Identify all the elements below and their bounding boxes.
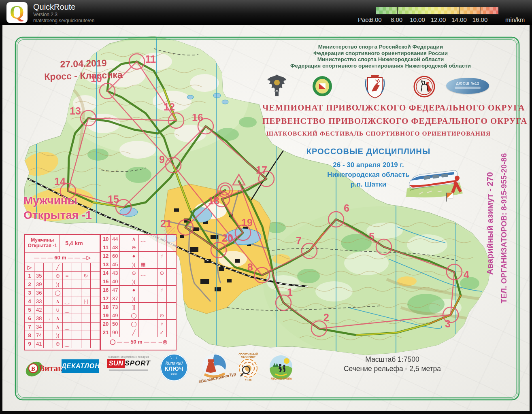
control-card-cell — [148, 328, 157, 337]
control-card-cell — [157, 243, 167, 251]
control-card-row: 1949◯⊙ — [101, 311, 176, 320]
control-card-cell — [91, 263, 100, 271]
control-card-cell — [148, 243, 157, 251]
control-card-row: 135⊖≡↻ — [25, 272, 100, 280]
course-class-line2: Открытая -1 — [23, 209, 92, 222]
control-card-cell: 44 — [111, 235, 120, 243]
kk-line1: Кипячий — [160, 360, 188, 365]
control-card-cell: 3 — [25, 289, 34, 297]
control-card-cell — [167, 260, 176, 268]
control-card-cell: 5 — [25, 306, 34, 314]
control-card-cell: ⊙ — [157, 269, 167, 277]
control-card-cell — [81, 263, 91, 271]
control-card-row: 874)( — [25, 331, 100, 340]
sport-labyrinth-logo: СПОРТИВНЫЙ ЛАБИРИНТ 61 08 — [234, 354, 262, 383]
control-card-cell — [72, 314, 81, 322]
control-card-cell — [63, 314, 72, 322]
control-card-row: 1540)( — [101, 277, 176, 286]
control-card-cell: 37 — [111, 294, 120, 302]
control-card-cell — [167, 311, 176, 319]
control-card-cell — [120, 328, 129, 337]
sport-label: SPORT — [125, 359, 150, 367]
control-card-cell: ‿ — [139, 269, 148, 277]
organizers-block: Министерство спорта Российской Федерации… — [266, 44, 496, 69]
control-card-cell — [167, 243, 176, 251]
emblem-russia-eagle-icon — [267, 74, 287, 96]
control-card-cell: ● — [129, 286, 138, 294]
control-card-cell — [72, 331, 81, 339]
control-card-cell — [139, 303, 148, 311]
organizer-phone-text: ТЕЛ. ОРГАНИЗАТОРОВ: 8-915-955-20-86 — [500, 136, 509, 321]
control-card-cell: 35 — [34, 272, 44, 280]
control-card-cell — [167, 269, 176, 277]
control-card-cell: 50 — [111, 320, 120, 328]
control-card-cell — [91, 314, 100, 322]
control-card-cell — [72, 306, 81, 314]
control-card-cell — [139, 277, 148, 285]
control-card-row: 239)( — [25, 280, 100, 289]
card-course-length: 5,4 km — [60, 235, 88, 252]
control-card-cell — [44, 280, 53, 288]
control-card-cell: ● — [129, 252, 138, 260]
card-finish-distance: ◯ — — 50 m — — →◎ — [101, 337, 176, 347]
control-card-cell: 1 — [25, 272, 34, 280]
control-card-cell — [81, 280, 91, 288]
control-card-cell — [157, 260, 167, 268]
control-card-cell: 60 — [111, 252, 120, 260]
control-card-cell — [91, 272, 100, 280]
event-title-1: ЧЕМПИОНАТ ПРИВОЛЖСКОГО ФЕДЕРАЛЬНОГО ОКРУ… — [262, 103, 495, 113]
control-card-cell — [139, 311, 148, 319]
control-card-cell: )( — [129, 260, 138, 268]
control-card-cell: 73 — [111, 303, 120, 311]
control-card-cell — [148, 286, 157, 294]
control-card-cell: ↻ — [81, 272, 91, 280]
control-card-cell — [167, 320, 176, 328]
control-card-row: 1148⊖ — [101, 243, 176, 252]
control-card-cell: )( — [53, 280, 62, 288]
sunsport-logo: магазин спортивных товаров SUN SPORT — [106, 355, 151, 376]
emergency-azimuth-text: Аварийный азимут - 270 — [485, 138, 495, 308]
control-card-cell — [81, 340, 91, 348]
control-card-row: 1443⊖‿⊙ — [101, 269, 176, 277]
control-card-cell: 7 — [25, 323, 34, 331]
control-card-cell — [72, 263, 81, 271]
control-card-cell — [148, 277, 157, 285]
control-card-cell: 11 — [101, 243, 111, 251]
quickroute-window: Q QuickRoute Version 2.3 matstroeng.se/q… — [0, 0, 532, 414]
control-card-cell: ◯ — [129, 320, 138, 328]
control-card-cell — [139, 294, 148, 302]
control-card-cell — [72, 289, 81, 297]
control-card-cell — [81, 314, 91, 322]
map-scale: Масштаб 1:7500 — [334, 355, 450, 364]
control-card-left: Мужчины Открытая -1 5,4 km — — — 60 m — … — [24, 234, 100, 350]
contour-interval: Сечение рельефа - 2,5 метра — [334, 365, 450, 373]
event-title-3: ШАТКОВСКИЙ ФЕСТИВАЛЬ СПОРТИВНОГО ОРИЕНТИ… — [262, 130, 495, 137]
control-card-cell: 6 — [25, 314, 34, 322]
control-card-cell — [91, 280, 100, 288]
control-card-cell — [72, 340, 81, 348]
control-card-cell: ⊙ — [157, 311, 167, 319]
control-card-cell — [44, 323, 53, 331]
control-card-cell — [91, 289, 100, 297]
control-card-cell: 39 — [34, 280, 44, 288]
control-card-cell — [81, 289, 91, 297]
control-card-cell — [81, 323, 91, 331]
control-card-cell: )( — [53, 331, 62, 339]
control-card-cell: 18 — [101, 303, 111, 311]
control-card-cell: 8 — [25, 331, 34, 339]
emblem-deer-club-icon — [414, 76, 434, 97]
labyrinth-bottom-label: 61 08 — [234, 379, 262, 382]
control-card-cell — [139, 243, 148, 251]
control-card-cell: 14 — [101, 269, 111, 277]
control-card-cell — [44, 289, 53, 297]
forest-trail-label: ЛЕСНАЯ ТРОПА — [267, 377, 296, 380]
control-card-cell — [44, 331, 53, 339]
control-card-cell — [139, 328, 148, 337]
control-card-cell: ⊖ — [129, 243, 138, 251]
control-card-cell: 34 — [34, 323, 44, 331]
control-card-cell: ▦ — [139, 260, 148, 268]
control-card-cell: 36 — [34, 289, 44, 297]
control-card-cell: 19 — [101, 311, 111, 319]
control-card-cell: 49 — [111, 311, 120, 319]
control-card-cell: ‿ — [63, 297, 72, 305]
